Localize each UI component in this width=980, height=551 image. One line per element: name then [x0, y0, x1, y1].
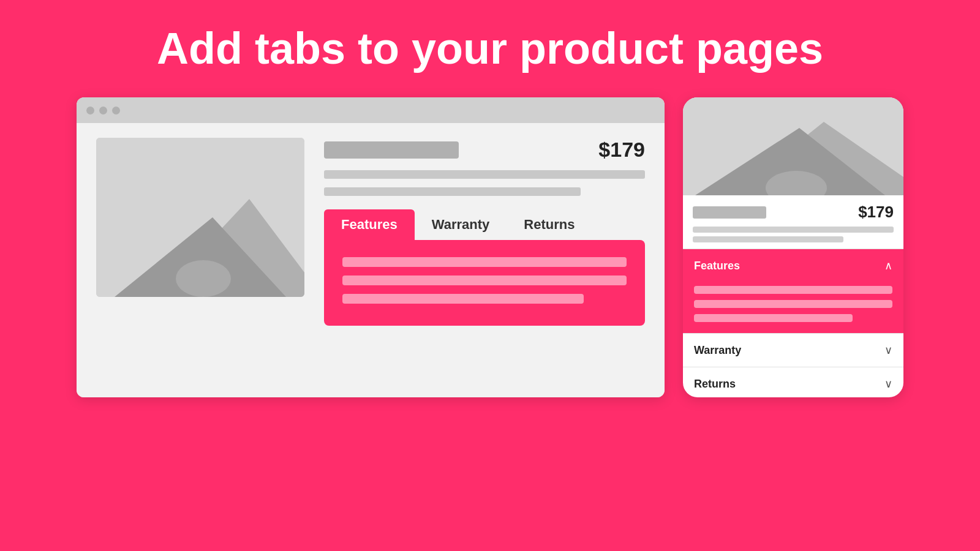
acc-line-2: [694, 300, 892, 308]
content-line-1: [342, 257, 627, 267]
accordion-features: Features ∧: [683, 249, 903, 333]
accordion-features-label: Features: [694, 260, 740, 272]
acc-line-3: [694, 314, 853, 322]
mockups-container: $179 Features Warranty Returns: [37, 97, 943, 397]
chevron-up-icon: ∧: [884, 259, 892, 272]
product-details: $179 Features Warranty Returns: [324, 138, 645, 383]
accordion-features-header[interactable]: Features ∧: [683, 249, 903, 282]
browser-dot-3: [112, 107, 120, 114]
tabs-row: Features Warranty Returns: [324, 209, 645, 240]
tab-returns[interactable]: Returns: [507, 209, 592, 240]
mobile-desc-bars: [683, 227, 903, 249]
product-desc-bar-1: [324, 170, 645, 179]
accordion-returns-header[interactable]: Returns ∨: [683, 367, 903, 397]
mobile-accordion: Features ∧ Warranty ∨ Returns: [683, 249, 903, 397]
mobile-product-price: $179: [858, 203, 894, 222]
product-image: [96, 138, 304, 297]
accordion-returns: Returns ∨: [683, 367, 903, 397]
tab-features[interactable]: Features: [324, 209, 415, 240]
product-desc-bar-2: [324, 187, 581, 196]
accordion-features-content: [683, 282, 903, 333]
content-line-2: [342, 276, 627, 285]
tab-warranty[interactable]: Warranty: [415, 209, 507, 240]
browser-dot-2: [99, 107, 107, 114]
browser-dot-1: [86, 107, 94, 114]
desktop-product-price: $179: [598, 138, 645, 162]
mobile-product-image: [683, 97, 903, 195]
accordion-warranty-label: Warranty: [694, 344, 741, 357]
tab-content-features: [324, 240, 645, 326]
browser-bar: [77, 97, 665, 123]
tabs-section: Features Warranty Returns: [324, 209, 645, 326]
product-top-row: $179: [324, 138, 645, 162]
chevron-down-icon-warranty: ∨: [884, 343, 892, 357]
mobile-product-info: $179: [683, 195, 903, 227]
accordion-warranty-header[interactable]: Warranty ∨: [683, 334, 903, 367]
accordion-returns-label: Returns: [694, 378, 736, 391]
svg-point-3: [176, 260, 231, 297]
mobile-mockup: $179 Features ∧: [683, 97, 903, 397]
browser-content: $179 Features Warranty Returns: [77, 123, 665, 397]
mobile-desc-bar-1: [693, 227, 894, 233]
desktop-mockup: $179 Features Warranty Returns: [77, 97, 665, 397]
content-line-3: [342, 294, 584, 304]
page-title: Add tabs to your product pages: [157, 24, 823, 73]
mobile-desc-bar-2: [693, 236, 843, 242]
product-title-bar: [324, 141, 459, 159]
mobile-title-bar: [693, 206, 766, 219]
accordion-warranty: Warranty ∨: [683, 333, 903, 367]
chevron-down-icon-returns: ∨: [884, 377, 892, 391]
acc-line-1: [694, 286, 892, 294]
